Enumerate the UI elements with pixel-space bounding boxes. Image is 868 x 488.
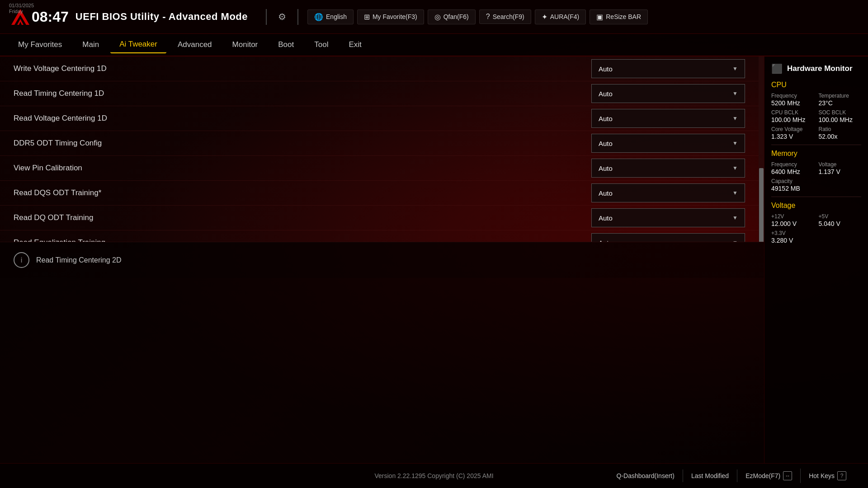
setting-row-read-voltage-1d[interactable]: Read Voltage Centering 1D Auto ▼	[0, 106, 759, 131]
hw-core-voltage-value: 1.323 V	[771, 133, 814, 140]
scrollbar-thumb[interactable]	[759, 168, 764, 242]
nav-monitor[interactable]: Monitor	[223, 37, 267, 53]
hw-cpu-temp-label: Temperature	[819, 93, 862, 99]
setting-control-read-dq-odt[interactable]: Auto ▼	[591, 208, 745, 227]
nav-main[interactable]: Main	[73, 37, 108, 53]
hw-5v-item: +5V 5.040 V	[819, 213, 862, 227]
hw-ratio-label: Ratio	[819, 126, 862, 132]
hw-12v-label: +12V	[771, 213, 814, 220]
setting-label-read-timing-1d: Read Timing Centering 1D	[14, 89, 591, 98]
nav-tool[interactable]: Tool	[305, 37, 337, 53]
hw-5v-label: +5V	[819, 213, 862, 220]
ezmode-button[interactable]: EzMode(F7) ↔	[737, 469, 801, 483]
hw-cpu-section-title: CPU	[771, 81, 861, 89]
setting-label-read-equalization: Read Equalization Training	[14, 238, 591, 242]
nav-boot[interactable]: Boot	[269, 37, 303, 53]
last-modified-button[interactable]: Last Modified	[683, 469, 737, 482]
dropdown-read-timing-1d[interactable]: Auto ▼	[591, 84, 745, 103]
resize-bar-button[interactable]: ▣ ReSize BAR	[590, 9, 648, 24]
hot-keys-button[interactable]: Hot Keys ?	[801, 469, 854, 483]
hw-ratio-item: Ratio 52.00x	[819, 126, 862, 140]
my-favorite-label: My Favorite(F3)	[373, 13, 417, 20]
hw-12v-value: 12.000 V	[771, 220, 814, 227]
chevron-down-icon: ▼	[732, 90, 738, 97]
hw-mem-freq-value: 6400 MHz	[771, 168, 814, 175]
chevron-down-icon: ▼	[732, 115, 738, 122]
nav-exit[interactable]: Exit	[340, 37, 370, 53]
monitor-icon: ⬛	[771, 63, 783, 74]
setting-row-read-equalization[interactable]: Read Equalization Training Auto ▼	[0, 230, 759, 242]
fan-icon: ◎	[434, 13, 441, 21]
setting-label-read-voltage-1d: Read Voltage Centering 1D	[14, 114, 591, 123]
hw-33v-label: +3.3V	[771, 230, 814, 236]
setting-control-read-dqs-odt[interactable]: Auto ▼	[591, 183, 745, 202]
hw-soc-bclk-value: 100.00 MHz	[819, 116, 862, 123]
dropdown-ddr5-odt[interactable]: Auto ▼	[591, 134, 745, 153]
nav-menu: My Favorites Main Ai Tweaker Advanced Mo…	[0, 34, 868, 56]
qfan-label: Qfan(F6)	[443, 13, 469, 20]
setting-row-view-pin-calibration[interactable]: View Pin Calibration Auto ▼	[0, 156, 759, 181]
nav-advanced[interactable]: Advanced	[169, 37, 221, 53]
chevron-down-icon: ▼	[732, 165, 738, 171]
header-left: 01/31/2025 Friday 08:47 UEFI BIOS Utilit…	[9, 7, 257, 27]
setting-row-read-dqs-odt[interactable]: Read DQS ODT Training* Auto ▼	[0, 181, 759, 206]
qfan-button[interactable]: ◎ Qfan(F6)	[428, 9, 476, 24]
setting-row-ddr5-odt[interactable]: DDR5 ODT Timing Config Auto ▼	[0, 131, 759, 156]
hot-keys-label: Hot Keys	[809, 472, 835, 479]
hw-voltage-section-title: Voltage	[771, 202, 861, 210]
dropdown-value: Auto	[599, 140, 613, 147]
language-button[interactable]: 🌐 English	[307, 9, 354, 24]
setting-control-read-equalization[interactable]: Auto ▼	[591, 233, 745, 242]
dropdown-value: Auto	[599, 164, 613, 172]
search-button[interactable]: ? Search(F9)	[479, 9, 531, 24]
language-label: English	[326, 13, 347, 20]
hw-cpu-freq-item: Frequency 5200 MHz	[771, 93, 814, 107]
svg-marker-1	[17, 19, 24, 25]
info-bar: i Read Timing Centering 2D	[0, 242, 764, 278]
dropdown-read-voltage-1d[interactable]: Auto ▼	[591, 109, 745, 128]
my-favorite-button[interactable]: ⊞ My Favorite(F3)	[357, 9, 424, 24]
hw-monitor-title-row: ⬛ Hardware Monitor	[771, 63, 861, 74]
datetime-block: 01/31/2025 Friday 08:47	[32, 9, 69, 25]
hw-33v-value: 3.280 V	[771, 237, 814, 244]
q-dashboard-button[interactable]: Q-Dashboard(Insert)	[609, 469, 683, 482]
time-display: 08:47	[32, 9, 69, 25]
ezmode-icon: ↔	[783, 471, 792, 480]
header-controls: 🌐 English ⊞ My Favorite(F3) ◎ Qfan(F6) ?…	[307, 9, 859, 24]
footer-right: Q-Dashboard(Insert) Last Modified EzMode…	[494, 469, 854, 483]
scrollbar-track[interactable]	[759, 56, 764, 242]
hw-core-voltage-item: Core Voltage 1.323 V	[771, 126, 814, 140]
setting-label-read-dq-odt: Read DQ ODT Training	[14, 213, 591, 222]
setting-control-read-timing-1d[interactable]: Auto ▼	[591, 84, 745, 103]
resize-bar-label: ReSize BAR	[606, 13, 641, 20]
dropdown-read-equalization[interactable]: Auto ▼	[591, 233, 745, 242]
dropdown-view-pin-calibration[interactable]: Auto ▼	[591, 159, 745, 178]
hw-mem-freq-item: Frequency 6400 MHz	[771, 161, 814, 175]
search-icon: ?	[486, 13, 490, 21]
setting-row-read-dq-odt[interactable]: Read DQ ODT Training Auto ▼	[0, 206, 759, 230]
footer: Version 2.22.1295 Copyright (C) 2025 AMI…	[0, 463, 868, 488]
dropdown-read-dq-odt[interactable]: Auto ▼	[591, 208, 745, 227]
nav-my-favorites[interactable]: My Favorites	[9, 37, 71, 53]
aura-button[interactable]: ✦ AURA(F4)	[535, 9, 586, 24]
hw-mem-voltage-item: Voltage 1.137 V	[819, 161, 862, 175]
setting-control-write-voltage-1d[interactable]: Auto ▼	[591, 59, 745, 78]
nav-ai-tweaker[interactable]: Ai Tweaker	[110, 36, 166, 53]
settings-panel: Write Voltage Centering 1D Auto ▼ Read T…	[0, 56, 759, 242]
settings-gear-button[interactable]: ⚙	[276, 9, 288, 24]
setting-control-view-pin-calibration[interactable]: Auto ▼	[591, 159, 745, 178]
dropdown-value: Auto	[599, 189, 613, 197]
setting-control-read-voltage-1d[interactable]: Auto ▼	[591, 109, 745, 128]
chevron-down-icon: ▼	[732, 66, 738, 72]
setting-row-read-timing-1d[interactable]: Read Timing Centering 1D Auto ▼	[0, 81, 759, 106]
header-divider2	[297, 9, 298, 25]
main-content: Write Voltage Centering 1D Auto ▼ Read T…	[0, 56, 868, 463]
bios-title: UEFI BIOS Utility - Advanced Mode	[75, 11, 248, 23]
hw-cpu-bclk-label: CPU BCLK	[771, 109, 814, 116]
dropdown-write-voltage-1d[interactable]: Auto ▼	[591, 59, 745, 78]
setting-row-write-voltage-1d[interactable]: Write Voltage Centering 1D Auto ▼	[0, 56, 759, 81]
hw-memory-section-title: Memory	[771, 150, 861, 158]
dropdown-read-dqs-odt[interactable]: Auto ▼	[591, 183, 745, 202]
setting-control-ddr5-odt[interactable]: Auto ▼	[591, 134, 745, 153]
footer-version: Version 2.22.1295 Copyright (C) 2025 AMI	[374, 472, 493, 479]
